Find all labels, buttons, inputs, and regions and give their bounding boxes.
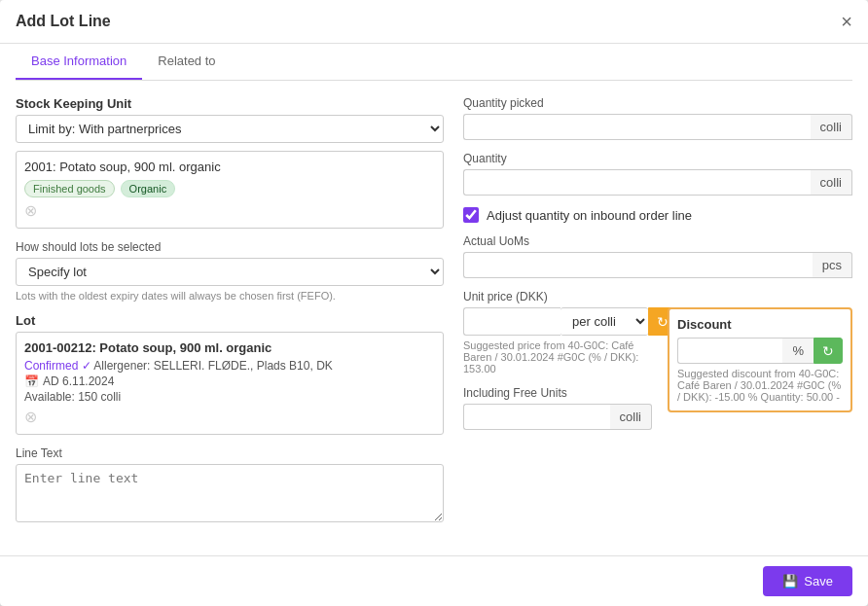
lot-title: 2001-00212: Potato soup, 900 ml. organic xyxy=(24,340,435,355)
qty-picked-row: 0 colli xyxy=(463,114,852,140)
adjust-label: Adjust quantity on inbound order line xyxy=(487,208,692,223)
discount-input[interactable]: -15,00 xyxy=(677,338,782,364)
sku-select-wrapper: Limit by: With partnerprices xyxy=(16,115,444,143)
lot-section-title: Lot xyxy=(16,313,444,328)
lot-allergen: Allergener: SELLERI. FLØDE., Plads B10, … xyxy=(93,359,332,373)
tab-base-information[interactable]: Base Information xyxy=(16,44,142,80)
sku-remove-icon[interactable]: ⊗ xyxy=(24,201,37,220)
lot-box: 2001-00212: Potato soup, 900 ml. organic… xyxy=(16,332,444,435)
quantity-input[interactable]: 150 xyxy=(463,169,811,196)
badge-row: Finished goods Organic xyxy=(24,180,435,197)
lot-date-row: 📅 AD 6.11.2024 xyxy=(24,374,435,388)
modal-footer: 💾 Save xyxy=(0,555,868,606)
sku-item-name: 2001: Potato soup, 900 ml. organic xyxy=(24,160,435,174)
discount-row: -15,00 % ↻ xyxy=(677,338,843,364)
tab-bar: Base Information Related to xyxy=(16,44,852,81)
right-main: 153,00 per colli ↻ Suggested price from … xyxy=(463,307,652,442)
actual-uoms-unit: pcs xyxy=(813,252,852,278)
add-lot-line-modal: Add Lot Line × Base Information Related … xyxy=(0,0,868,606)
lot-remove-icon[interactable]: ⊗ xyxy=(24,408,37,426)
adjust-checkbox[interactable] xyxy=(463,207,479,223)
how-lots-label: How should lots be selected xyxy=(16,240,444,254)
finished-goods-badge: Finished goods xyxy=(24,180,115,197)
specify-lot-wrapper: Specify lot xyxy=(16,258,444,286)
tab-related-to[interactable]: Related to xyxy=(142,44,231,80)
save-icon: 💾 xyxy=(782,574,798,588)
calendar-icon: 📅 xyxy=(24,374,39,388)
including-input[interactable]: 0 xyxy=(463,404,610,430)
lot-remove-row: ⊗ xyxy=(24,408,435,426)
discount-inner-box: Discount -15,00 % ↻ Suggested discount f… xyxy=(668,307,852,412)
line-text-label: Line Text xyxy=(16,446,444,460)
left-column: Stock Keeping Unit Limit by: With partne… xyxy=(16,96,444,525)
lot-confirmed-badge: Confirmed ✓ xyxy=(24,359,91,373)
unit-price-and-discount: 153,00 per colli ↻ Suggested price from … xyxy=(463,307,852,442)
suggested-price-text: Suggested price from 40-G0C: Café Baren … xyxy=(463,339,652,374)
including-label: Including Free Units xyxy=(463,386,652,400)
modal-title: Add Lot Line xyxy=(16,13,111,30)
modal-header: Add Lot Line × xyxy=(0,0,868,44)
discount-box: Discount -15,00 % ↻ Suggested discount f… xyxy=(668,307,852,442)
suggested-discount-text: Suggested discount from 40-G0C: Café Bar… xyxy=(677,368,843,403)
sku-section-title: Stock Keeping Unit xyxy=(16,96,444,111)
qty-picked-unit: colli xyxy=(811,114,852,140)
sku-limit-select[interactable]: Limit by: With partnerprices xyxy=(16,115,444,143)
modal-body: Base Information Related to Stock Keepin… xyxy=(0,44,868,555)
save-button[interactable]: 💾 Save xyxy=(763,566,852,596)
save-label: Save xyxy=(804,574,833,588)
quantity-unit: colli xyxy=(811,169,852,196)
line-text-input[interactable] xyxy=(16,464,444,522)
adjust-row: Adjust quantity on inbound order line xyxy=(463,207,852,223)
including-row: 0 colli xyxy=(463,404,652,430)
sku-remove-row: ⊗ xyxy=(24,201,435,220)
unit-price-input[interactable]: 153,00 xyxy=(463,307,561,336)
lot-available: Available: 150 colli xyxy=(24,390,435,404)
lot-confirmed-row: Confirmed ✓ Allergener: SELLERI. FLØDE.,… xyxy=(24,359,435,373)
including-unit: colli xyxy=(610,404,652,430)
close-button[interactable]: × xyxy=(841,12,852,31)
qty-picked-input[interactable]: 0 xyxy=(463,114,811,140)
sku-item-box: 2001: Potato soup, 900 ml. organic Finis… xyxy=(16,151,444,229)
organic-badge: Organic xyxy=(121,180,176,197)
fefo-hint: Lots with the oldest expiry dates will a… xyxy=(16,290,444,302)
unit-price-label: Unit price (DKK) xyxy=(463,290,852,303)
specify-lot-select[interactable]: Specify lot xyxy=(16,258,444,286)
discount-pct: % xyxy=(782,338,814,364)
discount-refresh-button[interactable]: ↻ xyxy=(814,338,843,364)
right-column: Quantity picked 0 colli Quantity 150 col… xyxy=(463,96,852,525)
main-content: Stock Keeping Unit Limit by: With partne… xyxy=(16,96,852,525)
actual-uoms-row: 900,00 pcs xyxy=(463,252,852,278)
unit-price-per-select[interactable]: per colli xyxy=(561,307,648,336)
qty-picked-label: Quantity picked xyxy=(463,96,852,110)
discount-title: Discount xyxy=(677,317,843,332)
quantity-row: 150 colli xyxy=(463,169,852,196)
lot-date-value: AD 6.11.2024 xyxy=(43,374,114,388)
actual-uoms-label: Actual UoMs xyxy=(463,234,852,248)
actual-uoms-input[interactable]: 900,00 xyxy=(463,252,813,278)
unit-price-row: 153,00 per colli ↻ xyxy=(463,307,652,336)
quantity-label: Quantity xyxy=(463,152,852,165)
